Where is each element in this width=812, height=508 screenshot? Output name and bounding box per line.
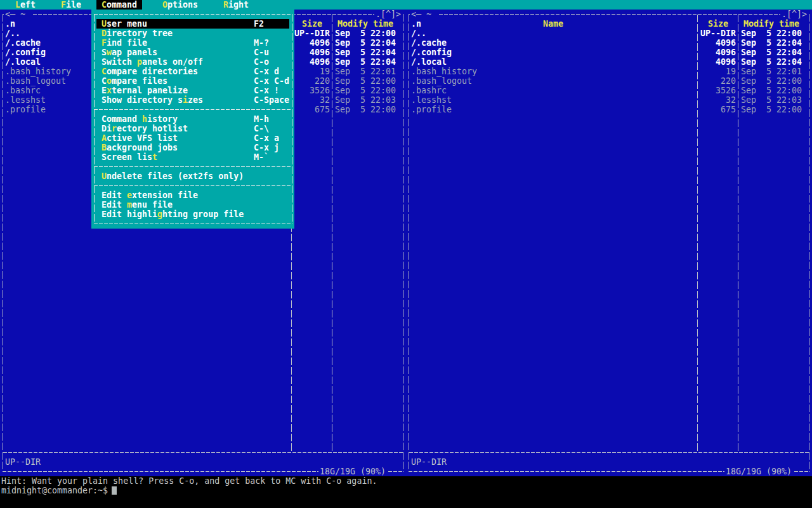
terminal-cursor[interactable]: [112, 486, 117, 495]
shell-prompt[interactable]: midnight@commander:~$: [1, 486, 108, 495]
hotkey-letter: i: [183, 95, 188, 105]
hotkey-letter: g: [157, 210, 162, 219]
hotkey-letter: O: [162, 0, 167, 10]
menu-item-label: Edit highlighting group file: [102, 210, 244, 219]
file-row-local[interactable]: /.local4096Sep 5 22:04: [406, 57, 812, 67]
column-header-size[interactable]: Size: [294, 19, 330, 29]
file-mtime: Sep 5 22:00: [335, 76, 396, 86]
menu-item-directory-tree[interactable]: Directory tree: [96, 29, 289, 38]
file-size: UP--DIR: [294, 29, 330, 38]
menu-item-command-history[interactable]: Command historyM-h: [96, 114, 289, 124]
menu-item-external-panelize[interactable]: External panelizeC-x !: [96, 86, 289, 95]
menu-separator: [94, 109, 292, 110]
file-row-bash-history[interactable]: .bash_history19Sep 5 22:01: [406, 67, 812, 76]
menu-item-shortcut: M-h: [254, 114, 269, 124]
label-text: eft: [20, 0, 36, 10]
label-text: Edit: [102, 200, 127, 210]
menu-item-compare-files[interactable]: Compare filesC-x C-d: [96, 76, 289, 86]
file-row-[interactable]: /..UP--DIRSep 5 22:00: [406, 29, 812, 38]
menu-item-swap-panels[interactable]: Swap panelsC-u: [96, 48, 289, 57]
menu-item-show-directory-sizes[interactable]: Show directory sizesC-Space: [96, 95, 289, 105]
file-mtime: Sep 5 22:04: [335, 57, 396, 67]
file-row-bashrc[interactable]: .bashrc3526Sep 5 22:00: [406, 86, 812, 95]
file-row-config[interactable]: /.config4096Sep 5 22:04: [406, 48, 812, 57]
file-row-bash-logout[interactable]: .bash_logout220Sep 5 22:00: [406, 76, 812, 86]
hotkey-letter: r: [112, 124, 117, 133]
file-row-lesshst[interactable]: .lesshst32Sep 5 22:03: [406, 95, 812, 105]
menubar-item-right[interactable]: Right: [218, 0, 254, 10]
file-size: 220: [700, 76, 736, 86]
panel-up-button[interactable]: .[^]>: [780, 10, 808, 19]
file-size: 4096: [700, 57, 736, 67]
file-mtime: Sep 5 22:04: [741, 38, 802, 48]
menu-item-directory-hotlist[interactable]: Directory hotlistC-\: [96, 124, 289, 133]
hotkey-letter: L: [15, 0, 20, 10]
file-name: .lesshst: [411, 95, 452, 105]
label-text: Switch: [102, 57, 137, 67]
hotkey-letter: A: [102, 133, 107, 143]
menu-item-shortcut: C-x j: [254, 143, 279, 152]
menu-item-switch-panels-on-off[interactable]: Switch panels on/offC-o: [96, 57, 289, 67]
panel-path[interactable]: <─ ~: [4, 10, 32, 19]
label-text: ser menu: [107, 19, 147, 29]
file-size: 4096: [294, 38, 330, 48]
menubar-item-options[interactable]: Options: [157, 0, 203, 10]
hotkey-letter: R: [223, 0, 228, 10]
file-size: 3526: [294, 86, 330, 95]
file-name: /.cache: [5, 38, 41, 48]
file-size: 675: [700, 105, 736, 114]
file-mtime: Sep 5 22:00: [335, 86, 396, 95]
file-mtime: Sep 5 22:01: [741, 67, 802, 76]
menu-item-undelete-files-ext2fs-only[interactable]: Undelete files (ext2fs only): [96, 171, 289, 181]
file-size: 220: [294, 76, 330, 86]
column-header-name[interactable]: Name: [411, 19, 695, 29]
menu-border-left: [94, 14, 95, 224]
label-text: ptions: [167, 0, 198, 10]
menu-item-compare-directories[interactable]: Compare directoriesC-x d: [96, 67, 289, 76]
menu-item-find-file[interactable]: Find fileM-?: [96, 38, 289, 48]
label-text: xtension file: [132, 190, 198, 200]
file-name: .profile: [5, 105, 46, 114]
menu-item-screen-list[interactable]: Screen listM-`: [96, 152, 289, 162]
menubar-item-left[interactable]: Left: [10, 0, 41, 10]
menu-item-label: User menu: [102, 19, 147, 29]
menu-item-user-menu[interactable]: User menuF2: [96, 19, 289, 29]
column-header-mtime[interactable]: Modify time: [335, 19, 396, 29]
menu-item-background-jobs[interactable]: Background jobsC-x j: [96, 143, 289, 152]
file-row-profile[interactable]: .profile675Sep 5 22:00: [406, 105, 812, 114]
file-size: 32: [294, 95, 330, 105]
free-space: 18G/19G (90%): [318, 467, 387, 476]
file-size: 4096: [700, 48, 736, 57]
menu-item-label: Switch panels on/off: [102, 57, 203, 67]
label-text: irectory tree: [107, 29, 173, 38]
label-text: ackground jobs: [107, 143, 178, 152]
menu-item-label: Swap panels: [102, 48, 157, 57]
menu-item-edit-extension-file[interactable]: Edit extension file: [96, 190, 289, 200]
hotkey-letter: B: [102, 143, 107, 152]
menu-item-shortcut: C-x !: [254, 86, 279, 95]
menu-item-shortcut: C-x a: [254, 133, 279, 143]
menu-item-active-vfs-list[interactable]: Active VFS listC-x a: [96, 133, 289, 143]
panel-up-button[interactable]: .[^]>: [374, 10, 402, 19]
file-name: .bash_logout: [5, 76, 66, 86]
file-name: .bash_history: [5, 67, 71, 76]
panel-path[interactable]: <─ ~: [410, 10, 438, 19]
file-name: /.config: [411, 48, 452, 57]
menubar-item-file[interactable]: File: [56, 0, 86, 10]
menu-item-edit-highlighting-group-file[interactable]: Edit highlighting group file: [96, 210, 289, 219]
file-mtime: Sep 5 22:03: [335, 95, 396, 105]
file-row-cache[interactable]: /.cache4096Sep 5 22:04: [406, 38, 812, 48]
hotkey-letter: F: [102, 38, 107, 48]
menu-item-label: Screen list: [102, 152, 157, 162]
hotkey-letter: p: [137, 57, 142, 67]
column-header-size[interactable]: Size: [700, 19, 736, 29]
column-header-mtime[interactable]: Modify time: [741, 19, 802, 29]
mini-status: UP--DIR: [5, 457, 41, 467]
menu-item-edit-menu-file[interactable]: Edit menu file: [96, 200, 289, 210]
hotkey-letter: C: [102, 0, 107, 10]
menu-item-shortcut: M-?: [254, 38, 269, 48]
menu-item-label: Edit extension file: [102, 190, 198, 200]
menubar-item-command[interactable]: Command: [96, 0, 142, 10]
menu-item-label: Find file: [102, 38, 147, 48]
menu-item-shortcut: C-x d: [254, 67, 279, 76]
